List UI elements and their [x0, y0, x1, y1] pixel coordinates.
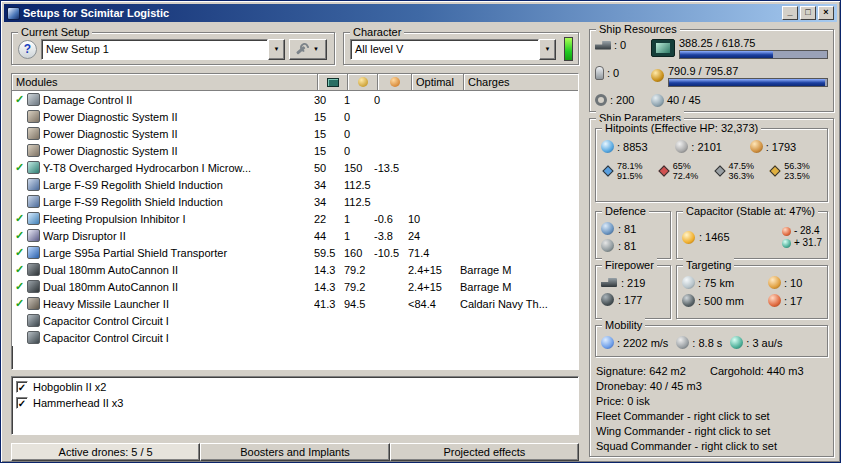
module-cpu-value: 14.3 — [314, 281, 344, 293]
firepower-group: Firepower : 219 : 177 — [595, 265, 671, 319]
module-row[interactable]: Power Diagnostic System II150 — [12, 142, 578, 159]
module-row[interactable]: ✓Fleeting Propulsion Inhibitor I221-0.61… — [12, 210, 578, 227]
dps-value: : 177 — [618, 294, 642, 306]
drones-list[interactable]: ✓Hobgoblin II x2✓Hammerhead II x3 — [11, 376, 579, 435]
character-select-arrow-icon[interactable]: ▼ — [539, 39, 556, 60]
drone-checkbox[interactable]: ✓ — [16, 397, 28, 409]
module-row[interactable]: Capacitor Control Circuit I — [12, 329, 578, 346]
character-label: Character — [350, 25, 404, 39]
wing-commander-slot[interactable]: Wing Commander - right click to set — [596, 425, 830, 440]
module-row[interactable]: ✓Heavy Missile Launcher II41.394.5<84.4C… — [12, 295, 578, 312]
squad-commander-slot[interactable]: Squad Commander - right click to set — [596, 440, 830, 455]
volley-value: : 219 — [621, 277, 645, 289]
defence-passive-value: : 81 — [618, 223, 636, 235]
kinetic-resist-icon — [714, 165, 725, 176]
kinetic-resist-cell: 47.5%36.3% — [713, 161, 769, 181]
maximize-button[interactable]: □ — [800, 6, 816, 20]
module-row[interactable]: ✓Dual 180mm AutoCannon II14.379.22.4+15B… — [12, 278, 578, 295]
setup-select-arrow-icon[interactable]: ▼ — [268, 39, 285, 60]
module-active-check-icon: ✓ — [12, 212, 27, 225]
em-resist-icon — [602, 165, 613, 176]
modules-column-header[interactable]: Modules — [12, 74, 318, 90]
defence-passive-icon — [601, 222, 614, 235]
module-name: Capacitor Control Circuit I — [43, 315, 314, 327]
capacitor-group: Capacitor (Stable at: 47%) : 1465 - 28.4… — [676, 211, 828, 259]
signature-value: Signature: 642 m2 — [596, 365, 710, 380]
cpu-column-header[interactable] — [318, 74, 348, 90]
module-row[interactable]: Capacitor Control Circuit I — [12, 312, 578, 329]
optimal-column-header[interactable]: Optimal — [412, 74, 464, 90]
tab-boosters-and-implants[interactable]: Boosters and Implants — [200, 443, 389, 461]
shield-resist-value: 47.5% — [729, 161, 755, 171]
drone-name: Hammerhead II x3 — [33, 397, 123, 409]
drone-row[interactable]: ✓Hammerhead II x3 — [14, 395, 576, 411]
tab-active-drones-5-5[interactable]: Active drones: 5 / 5 — [11, 443, 200, 461]
module-active-check-icon: ✓ — [12, 297, 27, 310]
module-cpu-value: 34 — [314, 179, 344, 191]
shield-hp-value: : 8853 — [617, 141, 648, 153]
module-row[interactable]: ✓Large S95a Partial Shield Transporter59… — [12, 244, 578, 261]
powergrid-column-header[interactable] — [348, 74, 378, 90]
fleet-commander-slot[interactable]: Fleet Commander - right click to set — [596, 410, 830, 425]
shield-rig-icon — [27, 195, 40, 208]
dronebay-usage-value: 40 / 45 — [667, 94, 701, 106]
targeting-group: Targeting : 75 km : 10 : 500 mm : 17 — [676, 265, 828, 319]
defence-row-1: : 81 — [601, 220, 667, 237]
module-row[interactable]: ✓Y-T8 Overcharged Hydrocarbon I Microw..… — [12, 159, 578, 176]
module-row[interactable]: Power Diagnostic System II150 — [12, 125, 578, 142]
cpu-usage-value: 388.25 / 618.75 — [679, 37, 828, 49]
ship-resources-group: Ship Resources : 0 : 0 : 200 388.25 / 61… — [589, 29, 834, 112]
module-cpu-value: 50 — [314, 162, 344, 174]
turret-hardpoints-value: : 0 — [614, 39, 626, 51]
capacitor-amount-value: : 1465 — [699, 231, 730, 243]
modules-rows: ✓Damage Control II3010Power Diagnostic S… — [12, 91, 578, 346]
cpu-resource: 388.25 / 618.75 — [651, 37, 828, 59]
module-row[interactable]: Large F-S9 Regolith Shield Induction3411… — [12, 176, 578, 193]
setup-select[interactable]: New Setup 1 ▼ — [41, 39, 285, 60]
module-powergrid-value: 112.5 — [344, 196, 374, 208]
module-cpu-value: 14.3 — [314, 264, 344, 276]
module-active-check-icon: ✓ — [12, 263, 27, 276]
shield-icon — [601, 140, 614, 153]
warp-speed-icon — [730, 336, 743, 349]
window-controls: _ □ × — [782, 6, 834, 20]
title-bar[interactable]: Setups for Scimitar Logistic _ □ × — [4, 4, 837, 22]
shield-hp: : 8853 — [601, 140, 675, 153]
minimize-button[interactable]: _ — [782, 6, 798, 20]
module-row[interactable]: Power Diagnostic System II150 — [12, 108, 578, 125]
modules-table[interactable]: Modules Optimal Charges ✓Damage Control … — [11, 73, 579, 370]
drone-checkbox[interactable]: ✓ — [16, 381, 28, 393]
current-setup-label: Current Setup — [18, 25, 92, 39]
close-button[interactable]: × — [818, 6, 834, 20]
module-powergrid-value: 79.2 — [344, 281, 374, 293]
app-window: Setups for Scimitar Logistic _ □ × Curre… — [0, 0, 841, 463]
powergrid-usage-bar — [668, 78, 828, 87]
module-name: Dual 180mm AutoCannon II — [43, 281, 314, 293]
setup-tools-button[interactable]: ▼ — [289, 39, 327, 60]
armor-hp: : 2101 — [675, 140, 749, 153]
module-charges-value: Caldari Navy Th... — [460, 298, 578, 310]
character-select[interactable]: All level V ▼ — [350, 39, 556, 60]
drone-row[interactable]: ✓Hobgoblin II x2 — [14, 379, 576, 395]
charges-column-header[interactable]: Charges — [464, 74, 578, 90]
defence-active-icon — [601, 239, 614, 252]
resist-values: 78.1%91.5% — [617, 161, 643, 181]
module-row[interactable]: ✓Dual 180mm AutoCannon II14.379.22.4+15B… — [12, 261, 578, 278]
capacitor-column-header[interactable] — [378, 74, 412, 90]
dronebay-value: Dronebay: 40 / 45 m3 — [596, 380, 830, 395]
module-row[interactable]: Large F-S9 Regolith Shield Induction3411… — [12, 193, 578, 210]
module-row[interactable]: ✓Damage Control II3010 — [12, 91, 578, 108]
module-powergrid-value: 0 — [344, 111, 374, 123]
module-powergrid-value: 1 — [344, 230, 374, 242]
module-name: Y-T8 Overcharged Hydrocarbon I Microw... — [43, 162, 314, 174]
resist-values: 47.5%36.3% — [729, 161, 755, 181]
modules-header: Modules Optimal Charges — [12, 74, 578, 91]
module-row[interactable]: ✓Warp Disruptor II441-3.824 — [12, 227, 578, 244]
cpu-icon — [327, 78, 339, 87]
module-optimal-value: 71.4 — [408, 247, 460, 259]
module-active-check-icon: ✓ — [12, 161, 27, 174]
module-optimal-value: 2.4+15 — [408, 264, 460, 276]
cpu-icon — [651, 39, 675, 57]
tab-projected-effects[interactable]: Projected effects — [390, 443, 579, 461]
help-icon[interactable]: ? — [18, 40, 37, 59]
